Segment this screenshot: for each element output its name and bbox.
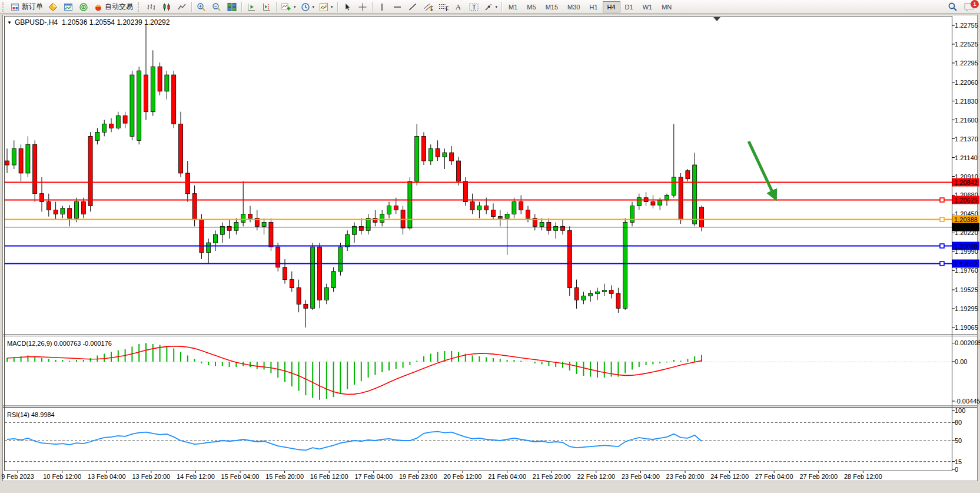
candle-body: [12, 148, 16, 165]
tile-windows-button[interactable]: [225, 1, 239, 13]
candle-body: [679, 177, 683, 220]
templates-button[interactable]: ▾: [317, 1, 335, 13]
time-tick-label: 15 Feb 04:00: [221, 473, 260, 480]
equidistant-channel-icon: E: [423, 2, 433, 12]
toolbar-grip[interactable]: [138, 2, 142, 12]
candle-body: [428, 148, 433, 161]
signals-button[interactable]: [77, 1, 91, 13]
time-tick-label: 10 Feb 12:00: [43, 473, 81, 480]
line-chart-icon: [177, 2, 187, 12]
candle-body: [26, 144, 30, 173]
search-icon: [948, 2, 958, 12]
timeframe-button-d1[interactable]: D1: [620, 1, 638, 12]
one-click-trading-toggle[interactable]: ▼: [7, 20, 12, 25]
candle-body: [102, 124, 107, 133]
line-handle[interactable]: [940, 244, 944, 248]
price-tick-label: 1.19760: [955, 267, 978, 274]
candle-body: [61, 209, 65, 214]
price-tick-label: 1.21370: [955, 135, 978, 143]
zoom-out-button[interactable]: [210, 1, 224, 13]
line-chart-button[interactable]: [175, 1, 189, 13]
toolbar-separator: [191, 2, 192, 12]
new-order-button[interactable]: 新订单: [9, 1, 45, 13]
candle-body: [436, 148, 440, 157]
fibonacci-button[interactable]: F: [436, 1, 450, 13]
candle-body: [353, 226, 357, 234]
notification-badge: 1: [971, 0, 979, 8]
line-handle[interactable]: [940, 217, 944, 221]
candle-body: [33, 144, 37, 193]
candle-body: [214, 234, 218, 243]
search-button[interactable]: [945, 1, 959, 13]
bar-chart-button[interactable]: [144, 1, 158, 13]
candle-body: [165, 75, 169, 91]
auto-trading-button[interactable]: 自动交易: [92, 1, 135, 13]
candle-body: [109, 124, 114, 128]
price-tick-label: 1.19525: [955, 286, 978, 293]
candle-body: [686, 171, 690, 179]
chart-window[interactable]: 1.227551.225251.222951.220601.218301.216…: [0, 0, 980, 493]
market-watch-button[interactable]: [61, 1, 75, 13]
notifications-button[interactable]: 1: [964, 2, 975, 12]
periods-button[interactable]: ▾: [299, 1, 317, 13]
timeframe-button-h4[interactable]: H4: [603, 1, 620, 12]
trendline-button[interactable]: [406, 1, 420, 13]
price-badge-label: 1.20292: [954, 224, 978, 231]
chart-shift-button[interactable]: [260, 1, 274, 13]
candle-body: [172, 75, 176, 124]
candle-body: [54, 210, 58, 214]
timeframe-button-w1[interactable]: W1: [638, 1, 657, 12]
macd-tick-label: 0.002095: [955, 339, 980, 346]
candle-body: [498, 217, 502, 219]
chevron-down-icon: ▾: [294, 5, 296, 9]
candle-body: [463, 181, 467, 202]
crosshair-button[interactable]: [356, 1, 370, 13]
cursor-button[interactable]: [340, 1, 354, 13]
line-handle[interactable]: [940, 198, 944, 202]
timeframe-button-m15[interactable]: M15: [541, 1, 563, 12]
time-tick-label: 27 Feb 04:00: [755, 473, 793, 480]
candle-body: [470, 202, 474, 210]
candle-body: [262, 222, 266, 226]
timeframe-button-mn[interactable]: MN: [657, 1, 676, 12]
svg-text:F: F: [446, 5, 449, 12]
toolbar-separator: [241, 2, 242, 12]
chevron-down-icon: ▾: [313, 5, 315, 9]
candle-body: [457, 161, 461, 181]
horizontal-line-button[interactable]: [390, 1, 404, 13]
candlestick-chart-button[interactable]: [160, 1, 174, 13]
zoom-in-button[interactable]: [194, 1, 208, 13]
signal-radar-icon: [79, 2, 88, 12]
timeframe-button-m30[interactable]: M30: [563, 1, 584, 12]
profiles-button[interactable]: [46, 1, 60, 13]
line-handle[interactable]: [940, 262, 944, 266]
candle-body: [443, 153, 447, 157]
vertical-line-button[interactable]: [375, 1, 389, 13]
toolbar-grip[interactable]: [2, 2, 6, 12]
fibonacci-icon: F: [438, 2, 449, 12]
time-tick-label: 19 Feb 23:00: [399, 473, 437, 480]
price-tick-label: 1.19295: [955, 305, 978, 312]
clock-icon: [301, 2, 310, 12]
candle-body: [394, 206, 398, 210]
cursor-arrow-icon: [343, 2, 352, 12]
candle-body: [637, 198, 641, 206]
indicators-icon: [281, 2, 291, 12]
text-label-button[interactable]: T: [467, 1, 481, 13]
chart-title: ▼GBPUSD-,H4 1.20536 1.20554 1.20239 1.20…: [7, 18, 170, 27]
arrows-button[interactable]: ▾: [482, 1, 500, 13]
timeframe-button-h1[interactable]: H1: [584, 1, 602, 12]
equidistant-channel-button[interactable]: E: [421, 1, 435, 13]
auto-scroll-button[interactable]: [244, 1, 258, 13]
auto-trading-icon: [94, 2, 103, 12]
text-button[interactable]: A: [451, 1, 466, 13]
rsi-tick-label: 100: [955, 407, 965, 414]
rsi-value: 48.9984: [31, 411, 55, 418]
rsi-indicator-label: RSI(14) 48.9984: [7, 411, 55, 418]
timeframe-button-m5[interactable]: M5: [522, 1, 540, 12]
candle-body: [241, 214, 245, 222]
text-label-icon: T: [469, 2, 479, 12]
timeframe-button-m1[interactable]: M1: [504, 1, 522, 12]
indicators-button[interactable]: ▾: [279, 1, 298, 13]
time-tick-label: 13 Feb 04:00: [88, 473, 126, 480]
